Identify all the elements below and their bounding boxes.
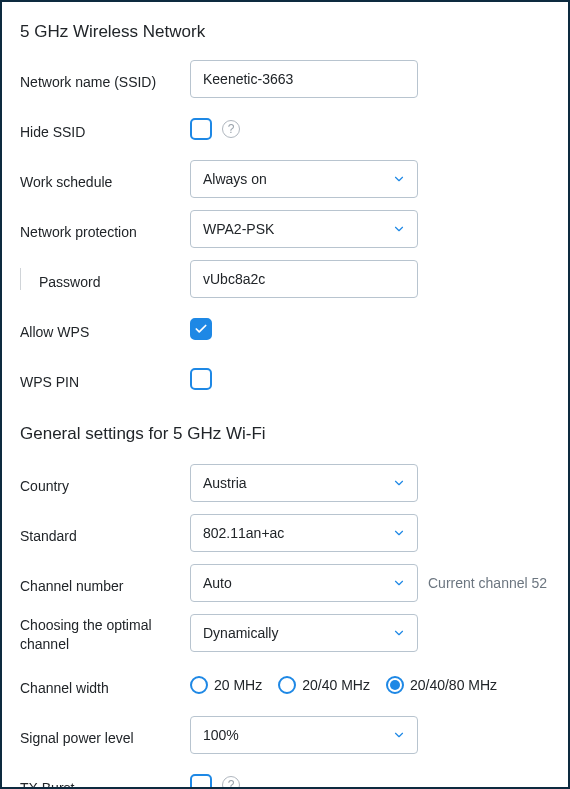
label-optimal-channel: Choosing the optimal channel xyxy=(20,614,190,654)
country-value: Austria xyxy=(203,475,247,491)
channel-number-select[interactable]: Auto xyxy=(190,564,418,602)
channel-width-radio-group: 20 MHz 20/40 MHz 20/40/80 MHz xyxy=(190,676,497,694)
channel-width-option-0[interactable]: 20 MHz xyxy=(190,676,262,694)
label-allow-wps: Allow WPS xyxy=(20,318,190,340)
label-tx-burst: TX Burst xyxy=(20,774,190,789)
radio-label: 20/40 MHz xyxy=(302,677,370,693)
label-standard: Standard xyxy=(20,522,190,544)
wps-pin-checkbox[interactable] xyxy=(190,368,212,390)
label-channel-width: Channel width xyxy=(20,674,190,696)
chevron-down-icon xyxy=(391,727,407,743)
chevron-down-icon xyxy=(391,221,407,237)
schedule-value: Always on xyxy=(203,171,267,187)
channel-width-option-2[interactable]: 20/40/80 MHz xyxy=(386,676,497,694)
schedule-select[interactable]: Always on xyxy=(190,160,418,198)
chevron-down-icon xyxy=(391,625,407,641)
standard-value: 802.11an+ac xyxy=(203,525,284,541)
radio-label: 20 MHz xyxy=(214,677,262,693)
ssid-input[interactable] xyxy=(190,60,418,98)
radio-label: 20/40/80 MHz xyxy=(410,677,497,693)
section-title-wireless: 5 GHz Wireless Network xyxy=(20,22,550,42)
tx-burst-checkbox[interactable] xyxy=(190,774,212,789)
label-protection: Network protection xyxy=(20,218,190,240)
standard-select[interactable]: 802.11an+ac xyxy=(190,514,418,552)
chevron-down-icon xyxy=(391,525,407,541)
label-wps-pin: WPS PIN xyxy=(20,368,190,390)
chevron-down-icon xyxy=(391,171,407,187)
section-title-general: General settings for 5 GHz Wi-Fi xyxy=(20,424,550,444)
protection-value: WPA2-PSK xyxy=(203,221,274,237)
chevron-down-icon xyxy=(391,575,407,591)
channel-number-value: Auto xyxy=(203,575,232,591)
power-select[interactable]: 100% xyxy=(190,716,418,754)
optimal-channel-value: Dynamically xyxy=(203,625,278,641)
help-icon[interactable]: ? xyxy=(222,776,240,789)
current-channel-text: Current channel 52 xyxy=(428,575,547,591)
power-value: 100% xyxy=(203,727,239,743)
optimal-channel-select[interactable]: Dynamically xyxy=(190,614,418,652)
help-icon[interactable]: ? xyxy=(222,120,240,138)
hide-ssid-checkbox[interactable] xyxy=(190,118,212,140)
label-password: Password xyxy=(20,268,190,290)
password-input[interactable] xyxy=(190,260,418,298)
channel-width-option-1[interactable]: 20/40 MHz xyxy=(278,676,370,694)
label-country: Country xyxy=(20,472,190,494)
country-select[interactable]: Austria xyxy=(190,464,418,502)
allow-wps-checkbox[interactable] xyxy=(190,318,212,340)
label-power: Signal power level xyxy=(20,724,190,746)
label-hide-ssid: Hide SSID xyxy=(20,118,190,140)
label-ssid: Network name (SSID) xyxy=(20,68,190,90)
protection-select[interactable]: WPA2-PSK xyxy=(190,210,418,248)
label-schedule: Work schedule xyxy=(20,168,190,190)
label-channel-number: Channel number xyxy=(20,572,190,594)
chevron-down-icon xyxy=(391,475,407,491)
